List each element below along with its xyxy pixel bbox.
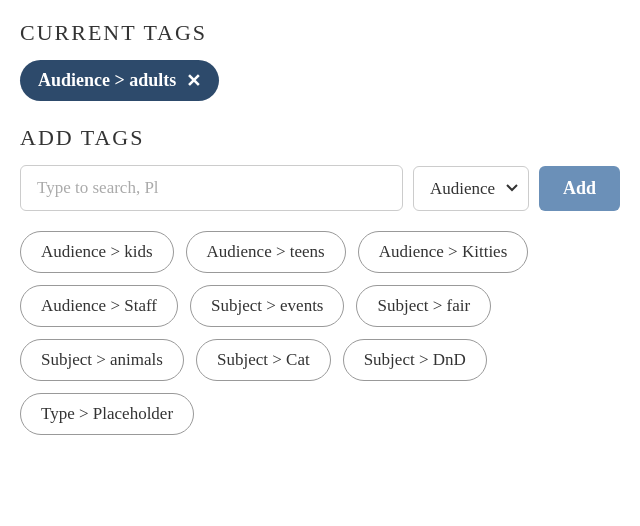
add-tags-row: Audience Subject Type Add — [20, 165, 620, 211]
tag-chip-subject-cat[interactable]: Subject > Cat — [196, 339, 331, 381]
current-tags-title: CURRENT TAGS — [20, 20, 620, 46]
tag-chip-subject-fair[interactable]: Subject > fair — [356, 285, 491, 327]
available-tags-grid: Audience > kids Audience > teens Audienc… — [20, 231, 620, 435]
add-tags-title: ADD TAGS — [20, 125, 620, 151]
add-tags-section: ADD TAGS Audience Subject Type Add Audie… — [20, 125, 620, 435]
tag-chip-subject-events[interactable]: Subject > events — [190, 285, 345, 327]
current-tag-audience-adults: Audience > adults ✕ — [20, 60, 219, 101]
tag-chip-type-placeholder[interactable]: Type > Placeholder — [20, 393, 194, 435]
category-dropdown[interactable]: Audience Subject Type — [413, 166, 529, 211]
tag-chip-subject-dnd[interactable]: Subject > DnD — [343, 339, 487, 381]
tag-chip-subject-animals[interactable]: Subject > animals — [20, 339, 184, 381]
current-tags-section: CURRENT TAGS Audience > adults ✕ — [20, 20, 620, 101]
tag-chip-audience-kitties[interactable]: Audience > Kitties — [358, 231, 529, 273]
search-input[interactable] — [20, 165, 403, 211]
add-button[interactable]: Add — [539, 166, 620, 211]
current-tag-label: Audience > adults — [38, 70, 176, 91]
tag-chip-audience-staff[interactable]: Audience > Staff — [20, 285, 178, 327]
tag-chip-audience-teens[interactable]: Audience > teens — [186, 231, 346, 273]
remove-tag-icon[interactable]: ✕ — [186, 72, 201, 90]
tag-chip-audience-kids[interactable]: Audience > kids — [20, 231, 174, 273]
